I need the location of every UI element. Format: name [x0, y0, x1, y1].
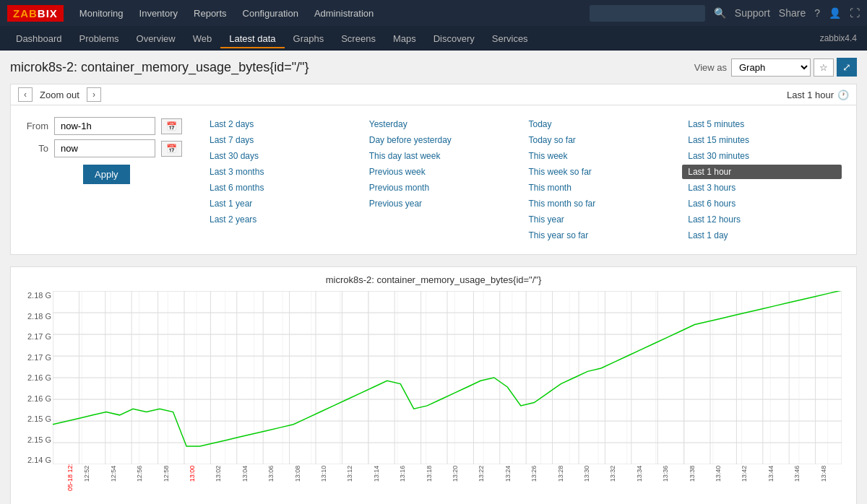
to-row: To 📅 [25, 139, 182, 157]
x-axis-label: 13:22 [478, 466, 486, 482]
x-axis-label: 13:20 [452, 466, 459, 482]
x-axis-label: 13:06 [267, 466, 275, 482]
subnav-web[interactable]: Web [184, 29, 221, 48]
user-icon[interactable]: 👤 [829, 7, 841, 19]
quick-link-this-month[interactable]: This month [523, 181, 683, 195]
quick-col-4: Last 5 minutesLast 15 minutesLast 30 min… [682, 117, 842, 243]
subnav-screens[interactable]: Screens [332, 29, 384, 48]
top-nav-right: 🔍 Support Share ? 👤 ⛶ [590, 5, 860, 22]
apply-button[interactable]: Apply [83, 165, 130, 184]
quick-link-last-6-hours[interactable]: Last 6 hours [682, 196, 842, 211]
x-axis-label: 13:10 [320, 466, 327, 482]
nav-configuration[interactable]: Configuration [236, 4, 306, 23]
x-axis-label: 13:04 [241, 466, 249, 482]
quick-link-this-year[interactable]: This year [523, 212, 683, 227]
support-link[interactable]: Support [735, 7, 770, 19]
quick-link-last-5-minutes[interactable]: Last 5 minutes [682, 117, 842, 131]
x-axis-label: 13:42 [741, 466, 749, 482]
page-content: microk8s-2: container_memory_usage_bytes… [0, 51, 867, 504]
quick-link-previous-week[interactable]: Previous week [363, 165, 523, 179]
x-axis-label: 13:18 [426, 466, 433, 482]
quick-link-this-day-last-week[interactable]: This day last week [363, 149, 523, 163]
quick-link-today-so-far[interactable]: Today so far [523, 133, 683, 147]
quick-col-3: TodayToday so farThis weekThis week so f… [523, 117, 683, 243]
quick-link-day-before-yesterday[interactable]: Day before yesterday [363, 133, 523, 147]
datepicker-panel: From 📅 To 📅 Apply Last 2 daysLast 7 days… [10, 105, 857, 255]
view-as-select[interactable]: Graph [731, 58, 811, 77]
fullscreen-button[interactable]: ⤢ [837, 58, 857, 77]
x-axis-label: 13:08 [294, 466, 301, 482]
quick-link-last-2-days[interactable]: Last 2 days [204, 117, 363, 131]
quick-link-last-7-days[interactable]: Last 7 days [204, 133, 363, 147]
x-axis-label: 13:26 [530, 466, 538, 482]
quick-link-last-12-hours[interactable]: Last 12 hours [682, 212, 842, 227]
nav-inventory[interactable]: Inventory [132, 4, 185, 23]
y-axis-label: 2.16 G [25, 394, 51, 403]
from-input[interactable] [54, 117, 155, 135]
subnav-graphs[interactable]: Graphs [285, 29, 333, 48]
subnav-latest-data[interactable]: Latest data [220, 29, 284, 48]
subnav-dashboard[interactable]: Dashboard [7, 29, 71, 48]
quick-links: Last 2 daysLast 7 daysLast 30 daysLast 3… [204, 117, 842, 243]
y-axis-label: 2.17 G [25, 353, 51, 362]
zabbix-logo: ZABBIX [7, 5, 64, 22]
quick-link-this-week[interactable]: This week [523, 149, 683, 163]
to-calendar-button[interactable]: 📅 [161, 141, 182, 157]
quick-link-this-year-so-far[interactable]: This year so far [523, 228, 683, 243]
quick-link-last-1-day[interactable]: Last 1 day [682, 228, 842, 243]
x-axis-label: 13:12 [347, 466, 354, 482]
subnav-services[interactable]: Services [483, 29, 537, 48]
x-axis-label: 13:24 [504, 466, 512, 482]
subnav-overview[interactable]: Overview [128, 29, 184, 48]
next-time-button[interactable]: › [87, 87, 101, 102]
quick-link-last-3-months[interactable]: Last 3 months [204, 165, 363, 179]
quick-link-last-2-years[interactable]: Last 2 years [204, 212, 363, 227]
nav-administration[interactable]: Administration [307, 4, 381, 23]
prev-time-button[interactable]: ‹ [18, 87, 33, 102]
subnav-maps[interactable]: Maps [384, 29, 425, 48]
y-axis-label: 2.14 G [25, 456, 51, 464]
nav-monitoring[interactable]: Monitoring [72, 4, 131, 23]
x-axis-label: 13:32 [610, 466, 617, 482]
view-as-label: View as [694, 62, 727, 73]
y-axis-label: 2.18 G [25, 312, 51, 321]
zoom-out-button[interactable]: Zoom out [33, 88, 87, 102]
x-axis-label: 12:56 [136, 466, 143, 482]
y-axis-label: 2.16 G [25, 373, 51, 382]
quick-link-last-6-months[interactable]: Last 6 months [204, 181, 363, 195]
search-input[interactable] [590, 5, 705, 22]
star-button[interactable]: ☆ [814, 58, 834, 77]
search-icon[interactable]: 🔍 [714, 7, 726, 19]
quick-link-previous-month[interactable]: Previous month [363, 181, 523, 195]
from-calendar-button[interactable]: 📅 [161, 118, 182, 134]
quick-link-last-30-days[interactable]: Last 30 days [204, 149, 363, 163]
quick-link-this-week-so-far[interactable]: This week so far [523, 165, 683, 179]
nav-reports[interactable]: Reports [186, 4, 234, 23]
current-range-label: Last 1 hour [787, 90, 834, 100]
fullscreen-icon[interactable]: ⛶ [850, 7, 860, 19]
quick-link-last-15-minutes[interactable]: Last 15 minutes [682, 133, 842, 147]
quick-link-last-1-hour[interactable]: Last 1 hour [682, 165, 842, 179]
subnav-discovery[interactable]: Discovery [425, 29, 483, 48]
x-axis-label: 13:38 [689, 466, 696, 482]
y-axis-label: 2.15 G [25, 414, 51, 423]
x-axis-label: 13:48 [820, 466, 827, 482]
quick-link-last-3-hours[interactable]: Last 3 hours [682, 181, 842, 195]
top-nav-links: Monitoring Inventory Reports Configurati… [72, 4, 590, 23]
chart-svg [53, 291, 842, 464]
share-link[interactable]: Share [779, 7, 806, 19]
quick-link-last-30-minutes[interactable]: Last 30 minutes [682, 149, 842, 163]
quick-link-last-1-year[interactable]: Last 1 year [204, 196, 363, 211]
subnav-problems[interactable]: Problems [71, 29, 128, 48]
user-display: zabbix4.4 [820, 33, 860, 43]
help-icon[interactable]: ? [814, 7, 820, 19]
quick-link-this-month-so-far[interactable]: This month so far [523, 196, 683, 211]
x-axis: 05-18 12:4912:5212:5412:5612:5813:0013:0… [53, 464, 842, 504]
quick-link-today[interactable]: Today [523, 117, 683, 131]
x-axis-label: 12:54 [110, 466, 117, 482]
quick-link-yesterday[interactable]: Yesterday [363, 117, 523, 131]
quick-link-previous-year[interactable]: Previous year [363, 196, 523, 211]
clock-icon: 🕐 [837, 90, 849, 100]
to-input[interactable] [54, 139, 155, 157]
chart-title: microk8s-2: container_memory_usage_bytes… [18, 274, 849, 285]
